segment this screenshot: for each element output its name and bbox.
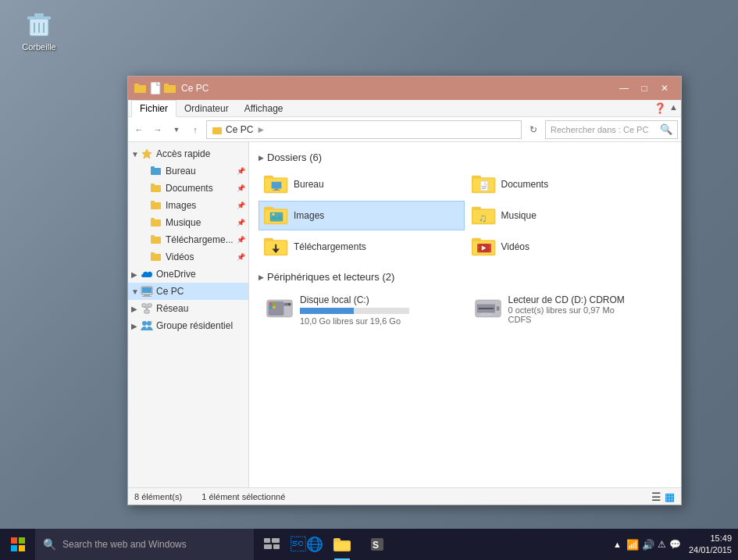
svg-rect-89 — [478, 308, 494, 309]
drive-c-name: Disque local (C:) — [300, 294, 457, 305]
folder-documents[interactable]: Documents — [466, 169, 672, 199]
documents-icon — [472, 173, 497, 195]
bureau-folder-icon — [150, 165, 162, 177]
svg-rect-17 — [151, 184, 155, 186]
svg-rect-23 — [151, 235, 155, 237]
svg-rect-15 — [151, 166, 155, 169]
svg-rect-73 — [477, 251, 479, 252]
sidebar-item-videos[interactable]: Vidéos 📌 — [128, 248, 248, 266]
folder-bureau[interactable]: Bureau — [258, 169, 465, 199]
svg-rect-32 — [144, 310, 149, 313]
drive-d[interactable]: Lecteur de CD (D:) CDROM 0 octet(s) libr… — [467, 289, 672, 331]
tab-fichier[interactable]: Fichier — [131, 100, 176, 117]
drive-c-bar — [300, 308, 354, 314]
bureau-icon — [264, 173, 289, 195]
up-arrow-icon[interactable]: ▲ — [613, 540, 622, 549]
tab-ordinateur[interactable]: Ordinateur — [176, 101, 237, 116]
videos-folder-name: Vidéos — [501, 241, 529, 252]
svg-rect-7 — [134, 84, 139, 86]
list-view-icon[interactable]: ☰ — [651, 490, 661, 503]
svg-rect-84 — [273, 306, 275, 309]
explorer-button[interactable] — [324, 529, 359, 560]
volume-icon[interactable]: 🔊 — [642, 539, 654, 551]
taskbar-search[interactable]: 🔍 Search the web and Windows — [35, 529, 254, 560]
titlebar: Ce PC — □ ✕ — [128, 77, 681, 100]
pin-icon: 📌 — [237, 219, 245, 226]
svg-rect-82 — [273, 303, 275, 305]
minimize-button[interactable]: — — [614, 78, 634, 98]
recent-locations-button[interactable]: ▼ — [169, 122, 184, 137]
groupe-arrow: ▶ — [131, 322, 141, 330]
svg-rect-96 — [273, 544, 280, 549]
images-folder-icon — [150, 199, 162, 212]
search-box[interactable]: Rechercher dans : Ce PC 🔍 — [545, 120, 678, 139]
sidebar-reseau[interactable]: ▶ Réseau — [128, 300, 248, 317]
up-button[interactable]: ↑ — [187, 122, 203, 137]
svg-text:S: S — [373, 540, 379, 551]
content-area: ▼ Accès rapide Bureau 📌 — [128, 142, 681, 487]
sidebar-ce-pc[interactable]: ▼ Ce PC — [128, 283, 248, 300]
drive-d-space: 0 octet(s) libres sur 0,97 Mo — [508, 305, 665, 315]
forward-button[interactable]: → — [150, 122, 166, 137]
ribbon-collapse-icon[interactable]: ▲ — [669, 102, 678, 114]
back-button[interactable]: ← — [131, 122, 147, 137]
onedrive-arrow: ▶ — [131, 270, 141, 279]
ie-svg-icon — [306, 536, 323, 553]
close-button[interactable]: ✕ — [654, 78, 675, 98]
refresh-button[interactable]: ↻ — [525, 121, 542, 138]
folder-images[interactable]: Images — [258, 201, 465, 230]
sidebar-groupe[interactable]: ▶ Groupe résidentiel — [128, 317, 248, 334]
sidebar-item-images[interactable]: Images 📌 — [128, 197, 248, 214]
clock-date: 24/01/2015 — [689, 544, 732, 556]
sidebar-onedrive[interactable]: ▶ OneDrive — [128, 266, 248, 283]
corbeille-icon — [23, 8, 55, 39]
pin-icon: 📌 — [237, 253, 245, 261]
tab-affichage[interactable]: Affichage — [237, 101, 291, 116]
search-icon: 🔍 — [660, 123, 672, 135]
taskbar-clock[interactable]: 15:49 24/01/2015 — [689, 533, 732, 557]
telechargements-folder-name: Téléchargements — [294, 241, 366, 252]
power-icon[interactable]: ⚠ — [658, 539, 666, 551]
statusbar-right: ☰ ▦ — [651, 490, 675, 503]
store-button[interactable]: S — [359, 529, 394, 560]
maximize-button[interactable]: □ — [634, 78, 654, 98]
ie-button[interactable]:  — [289, 529, 324, 560]
address-path[interactable]: Ce PC ► — [206, 120, 522, 139]
cepc-label: Ce PC — [156, 286, 245, 297]
sidebar-quick-access[interactable]: ▼ Accès rapide — [128, 145, 248, 162]
sidebar-item-bureau[interactable]: Bureau 📌 — [128, 162, 248, 180]
drive-c[interactable]: Disque local (C:) 10,0 Go libres sur 19,… — [258, 289, 464, 331]
groupe-icon — [141, 319, 153, 332]
status-separator — [188, 492, 195, 501]
sidebar-item-musique[interactable]: Musique 📌 — [128, 214, 248, 231]
pin-icon: 📌 — [237, 184, 245, 192]
svg-rect-18 — [151, 202, 161, 209]
onedrive-icon — [141, 268, 153, 280]
videos-label: Vidéos — [166, 251, 237, 262]
network-icon[interactable]: 📶 — [626, 539, 639, 551]
desktop-icon-corbeille[interactable]: Corbeille — [12, 8, 66, 52]
sidebar-item-documents[interactable]: Documents 📌 — [128, 180, 248, 197]
grid-view-icon[interactable]: ▦ — [665, 490, 675, 503]
drive-c-bar-container — [300, 308, 409, 314]
start-button[interactable] — [0, 529, 35, 560]
taskbar-search-icon: 🔍 — [43, 538, 56, 551]
quick-access-icon — [141, 148, 153, 160]
ribbon-help-icon[interactable]: ❓ — [654, 102, 666, 114]
svg-rect-1 — [27, 16, 51, 20]
documents-folder-name: Documents — [501, 179, 549, 190]
svg-rect-71 — [477, 244, 479, 245]
svg-rect-75 — [489, 247, 490, 248]
videos-folder-icon — [150, 251, 162, 263]
taskbar-right: ▲ 📶 🔊 ⚠ 💬 15:49 24/01/2015 — [613, 533, 738, 557]
sidebar-item-telechargements[interactable]: Téléchargeme... 📌 — [128, 231, 248, 248]
svg-rect-16 — [151, 185, 161, 192]
statusbar: 8 élément(s) 1 élément sélectionné ☰ ▦ — [128, 487, 681, 505]
taskview-button[interactable] — [254, 529, 289, 560]
folder-musique[interactable]: ♫ Musique — [466, 201, 672, 230]
svg-rect-42 — [272, 182, 282, 189]
svg-rect-95 — [264, 544, 272, 549]
folder-telechargements[interactable]: Téléchargements — [258, 232, 465, 262]
folder-videos[interactable]: Vidéos — [466, 232, 672, 262]
notification-icon[interactable]: 💬 — [669, 539, 681, 551]
